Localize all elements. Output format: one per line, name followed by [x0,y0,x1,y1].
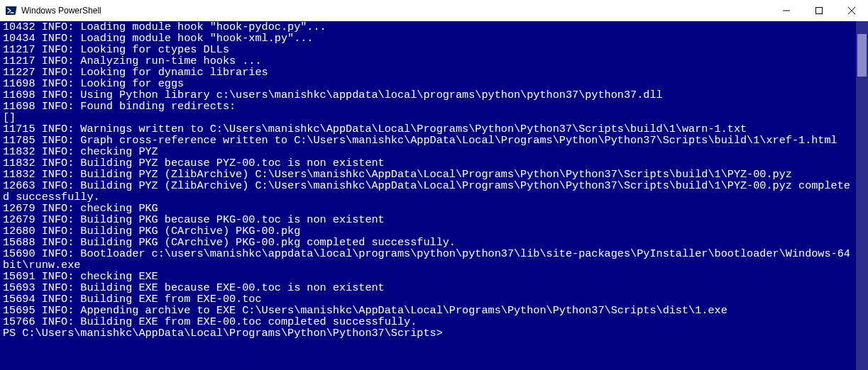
terminal-area: 10432 INFO: Loading module hook "hook-py… [0,21,868,370]
svg-rect-0 [6,6,17,15]
window-controls [770,0,868,21]
titlebar-left: Windows PowerShell [0,5,770,16]
scrollbar-thumb[interactable] [857,34,867,77]
titlebar: Windows PowerShell [0,0,868,21]
scrollbar[interactable] [856,21,868,370]
close-button[interactable] [835,0,868,21]
minimize-button[interactable] [770,0,803,21]
svg-rect-3 [816,7,823,13]
window-title: Windows PowerShell [21,6,101,16]
maximize-button[interactable] [803,0,835,21]
terminal-output[interactable]: 10432 INFO: Loading module hook "hook-py… [0,21,856,370]
powershell-icon [6,5,17,16]
